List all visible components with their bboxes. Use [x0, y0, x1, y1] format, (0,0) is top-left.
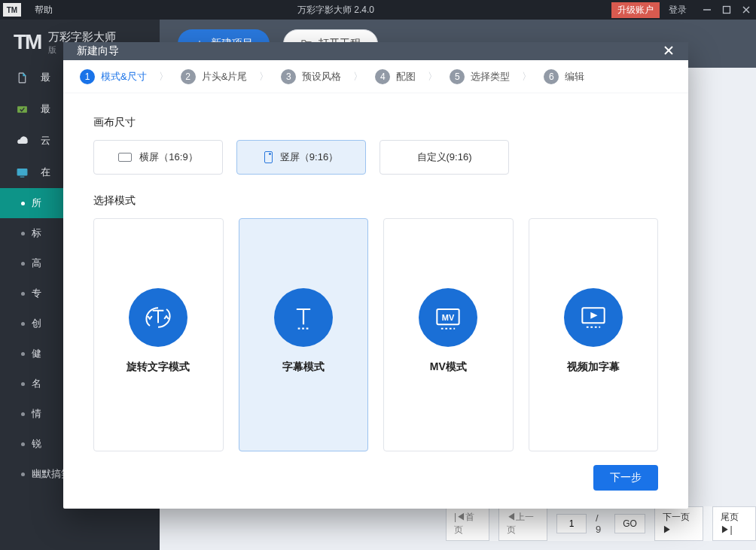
step-label: 配图 — [396, 70, 416, 84]
section-canvas-size: 画布尺寸 — [93, 116, 658, 129]
chevron-right-icon: 〉 — [253, 70, 275, 84]
wizard-steps: 1模式&尺寸 〉 2片头&片尾 〉 3预设风格 〉 4配图 〉 5选择类型 〉 … — [63, 60, 688, 93]
mode-label: MV模式 — [430, 360, 467, 374]
size-label: 竖屏（9:16） — [280, 150, 338, 164]
category-label: 情 — [32, 407, 41, 421]
mode-label: 旋转文字模式 — [127, 360, 190, 374]
new-wizard-modal: 新建向导 1模式&尺寸 〉 2片头&片尾 〉 3预设风格 〉 4配图 〉 5选择… — [63, 42, 688, 509]
svg-rect-1 — [724, 7, 730, 14]
mode-label: 视频加字幕 — [567, 360, 620, 374]
pager-next-button[interactable]: 下一页▶ — [654, 506, 704, 541]
pager-last-button[interactable]: 尾页▶| — [712, 506, 756, 541]
category-label: 标 — [32, 226, 41, 240]
step-label: 编辑 — [565, 70, 584, 84]
modal-header: 新建向导 — [63, 42, 688, 60]
step-label: 片头&片尾 — [202, 70, 248, 84]
step-label: 模式&尺寸 — [101, 70, 147, 84]
mode-label: 字幕模式 — [282, 360, 325, 374]
landscape-icon — [118, 153, 132, 162]
text-icon — [274, 288, 333, 347]
nav-label: 云 — [41, 134, 50, 147]
category-label: 锐 — [32, 437, 41, 451]
menu-help[interactable]: 帮助 — [27, 4, 60, 17]
svg-marker-14 — [590, 312, 597, 319]
chevron-right-icon: 〉 — [422, 70, 444, 84]
step-style[interactable]: 3预设风格 — [281, 69, 341, 84]
titlebar: TM 帮助 万彩字影大师 2.4.0 升级账户 登录 — [0, 0, 756, 20]
video-subtitle-icon — [564, 288, 623, 347]
logo-text: TM — [14, 30, 41, 54]
size-option-landscape[interactable]: 横屏（16:9） — [93, 140, 223, 175]
size-option-custom[interactable]: 自定义(9:16) — [380, 140, 509, 175]
maximize-icon[interactable] — [717, 0, 736, 20]
category-label: 健 — [32, 347, 41, 360]
size-label: 横屏（16:9） — [139, 150, 197, 164]
step-number: 5 — [450, 69, 465, 84]
portrait-icon — [264, 151, 273, 163]
pager-first-button[interactable]: |◀首页 — [446, 506, 489, 541]
mode-subtitle[interactable]: 字幕模式 — [239, 218, 369, 451]
chevron-right-icon: 〉 — [347, 70, 369, 84]
step-type[interactable]: 5选择类型 — [450, 69, 510, 84]
category-label: 专 — [32, 287, 41, 300]
screen-icon — [14, 164, 30, 181]
close-icon[interactable] — [663, 44, 675, 59]
chevron-right-icon: 〉 — [153, 70, 175, 84]
category-label: 创 — [32, 317, 41, 330]
size-label: 自定义(9:16) — [417, 150, 472, 164]
modal-title: 新建向导 — [77, 44, 119, 58]
chevron-right-icon: 〉 — [516, 70, 538, 84]
pager-go-button[interactable]: GO — [614, 514, 645, 533]
upgrade-account-button[interactable]: 升级账户 — [611, 2, 660, 18]
mode-rotate-text[interactable]: 旋转文字模式 — [93, 218, 224, 451]
step-label: 预设风格 — [302, 70, 341, 84]
step-number: 2 — [181, 69, 196, 84]
category-label: 名 — [32, 377, 41, 390]
step-mode-size[interactable]: 1模式&尺寸 — [80, 69, 147, 84]
mode-mv[interactable]: MV MV模式 — [383, 218, 514, 451]
svg-rect-4 — [17, 106, 27, 113]
step-image[interactable]: 4配图 — [375, 69, 416, 84]
step-label: 选择类型 — [471, 70, 510, 84]
login-button[interactable]: 登录 — [669, 4, 687, 17]
next-step-button[interactable]: 下一步 — [593, 465, 658, 491]
tm-badge-icon: TM — [3, 3, 21, 17]
mv-icon: MV — [419, 288, 477, 347]
step-number: 1 — [80, 69, 95, 84]
step-head-tail[interactable]: 2片头&片尾 — [181, 69, 248, 84]
check-icon — [14, 101, 30, 117]
category-label: 所 — [32, 196, 41, 210]
rotate-text-icon — [129, 288, 187, 347]
svg-rect-5 — [17, 169, 27, 175]
pager-total: / 9 — [596, 512, 605, 535]
svg-text:MV: MV — [442, 313, 455, 322]
category-label: 高 — [32, 257, 41, 270]
step-edit[interactable]: 6编辑 — [544, 69, 584, 84]
size-option-portrait[interactable]: 竖屏（9:16） — [236, 140, 366, 175]
pager-prev-button[interactable]: ◀上一页 — [498, 506, 548, 541]
mode-video-subtitle[interactable]: 视频加字幕 — [529, 218, 659, 451]
app-title: 万彩字影大师 2.4.0 — [60, 4, 611, 17]
step-number: 4 — [375, 69, 390, 84]
step-number: 6 — [544, 69, 559, 84]
pager-page-input[interactable] — [556, 514, 587, 533]
close-icon[interactable] — [736, 0, 756, 20]
cloud-icon — [14, 132, 30, 149]
nav-label: 最 — [41, 71, 50, 84]
file-icon — [14, 69, 30, 86]
nav-label: 在 — [41, 166, 50, 179]
section-select-mode: 选择模式 — [93, 194, 658, 208]
nav-label: 最 — [41, 102, 50, 116]
pager: |◀首页 ◀上一页 / 9 GO 下一页▶ 尾页▶| — [446, 506, 756, 541]
minimize-icon[interactable] — [697, 0, 717, 20]
step-number: 3 — [281, 69, 296, 84]
